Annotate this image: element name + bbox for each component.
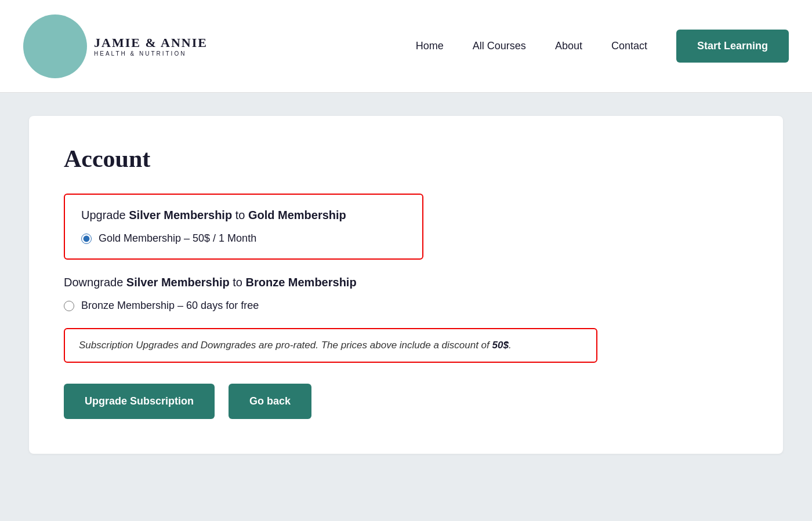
main-content: Account Upgrade Silver Membership to Gol… <box>0 93 812 521</box>
logo-main-text: JAMIE & ANNIE <box>94 35 208 50</box>
upgrade-box: Upgrade Silver Membership to Gold Member… <box>64 194 423 260</box>
logo-sub-text: HEALTH & NUTRITION <box>94 50 208 57</box>
upgrade-from: Silver Membership <box>129 209 232 221</box>
start-learning-button[interactable]: Start Learning <box>676 30 789 63</box>
bronze-membership-option[interactable]: Bronze Membership – 60 days for free <box>64 300 748 312</box>
logo-text-block: JAMIE & ANNIE HEALTH & NUTRITION <box>94 35 208 57</box>
promo-discount: 50$ <box>492 340 509 351</box>
action-buttons: Upgrade Subscription Go back <box>64 384 748 419</box>
nav-home[interactable]: Home <box>416 40 444 52</box>
downgrade-from: Silver Membership <box>126 276 230 289</box>
upgrade-prefix: Upgrade <box>81 209 129 221</box>
account-card: Account Upgrade Silver Membership to Gol… <box>29 116 783 454</box>
downgrade-to: Bronze Membership <box>245 276 356 289</box>
promo-text-before: Subscription Upgrades and Downgrades are… <box>79 340 492 351</box>
logo-circle <box>23 14 87 78</box>
gold-membership-radio[interactable] <box>81 234 92 244</box>
downgrade-label: Downgrade Silver Membership to Bronze Me… <box>64 276 748 289</box>
logo-area: JAMIE & ANNIE HEALTH & NUTRITION <box>23 14 208 78</box>
main-nav: Home All Courses About Contact Start Lea… <box>416 30 789 63</box>
upgrade-mid: to <box>232 209 248 221</box>
nav-about[interactable]: About <box>555 40 582 52</box>
downgrade-mid: to <box>230 276 246 289</box>
account-title: Account <box>64 145 748 173</box>
upgrade-subscription-button[interactable]: Upgrade Subscription <box>64 384 215 419</box>
nav-contact[interactable]: Contact <box>611 40 647 52</box>
upgrade-label: Upgrade Silver Membership to Gold Member… <box>81 209 406 222</box>
downgrade-section: Downgrade Silver Membership to Bronze Me… <box>64 276 748 312</box>
upgrade-to: Gold Membership <box>248 209 346 221</box>
site-header: JAMIE & ANNIE HEALTH & NUTRITION Home Al… <box>0 0 812 93</box>
bronze-membership-radio[interactable] <box>64 301 74 311</box>
promo-note-box: Subscription Upgrades and Downgrades are… <box>64 328 597 363</box>
go-back-button[interactable]: Go back <box>229 384 311 419</box>
gold-membership-option[interactable]: Gold Membership – 50$ / 1 Month <box>81 232 406 245</box>
downgrade-prefix: Downgrade <box>64 276 126 289</box>
bronze-membership-label: Bronze Membership – 60 days for free <box>81 300 259 312</box>
nav-all-courses[interactable]: All Courses <box>473 40 526 52</box>
promo-text-after: . <box>509 340 512 351</box>
promo-note-text: Subscription Upgrades and Downgrades are… <box>79 340 582 351</box>
gold-membership-label: Gold Membership – 50$ / 1 Month <box>99 232 256 245</box>
